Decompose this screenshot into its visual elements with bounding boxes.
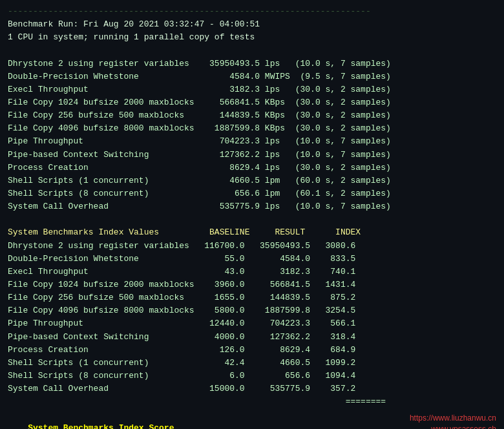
index-row: Process Creation 126.0 8629.4 684.9 [8, 344, 496, 357]
result-row: Process Creation 8629.4 lps (30.0 s, 2 s… [8, 162, 496, 174]
benchmark-run-header: Benchmark Run: Fri Aug 20 2021 03:32:47 … [8, 18, 496, 31]
index-row: Shell Scripts (1 concurrent) 42.4 4660.5… [8, 357, 496, 370]
watermark: https://www.liuzhanwu.cn www.vpsassess.c… [410, 413, 496, 429]
result-row: Pipe Throughput 704223.3 lps (10.0 s, 7 … [8, 135, 496, 148]
result-row: Dhrystone 2 using register variables 359… [8, 58, 496, 70]
result-row: File Copy 1024 bufsize 2000 maxblocks 56… [8, 96, 496, 109]
index-section: Dhrystone 2 using register variables 116… [8, 240, 496, 396]
result-row: System Call Overhead 535775.9 lps (10.0 … [8, 200, 496, 213]
index-row: File Copy 4096 bufsize 8000 maxblocks 58… [8, 304, 496, 317]
index-row: Dhrystone 2 using register variables 116… [8, 240, 496, 253]
results-section: Dhrystone 2 using register variables 359… [8, 58, 496, 214]
index-row: File Copy 256 bufsize 500 maxblocks 1655… [8, 291, 496, 304]
result-row: Shell Scripts (8 concurrent) 656.6 lpm (… [8, 187, 496, 200]
terminal-window: ----------------------------------------… [0, 0, 504, 429]
index-row: File Copy 1024 bufsize 2000 maxblocks 39… [8, 278, 496, 291]
empty-line-1 [8, 44, 496, 57]
index-row: Execl Throughput 43.0 3182.3 740.1 [8, 266, 496, 278]
score-label: System Benchmarks Index Score [28, 423, 174, 430]
index-row: Pipe Throughput 12440.0 704223.3 566.1 [8, 317, 496, 330]
result-row: Execl Throughput 3182.3 lps (30.0 s, 2 s… [8, 83, 496, 96]
index-row: System Call Overhead 15000.0 535775.9 35… [8, 382, 496, 395]
separator-top: ----------------------------------------… [8, 5, 496, 18]
result-row: Pipe-based Context Switching 127362.2 lp… [8, 149, 496, 162]
index-row: Shell Scripts (8 concurrent) 6.0 656.6 1… [8, 370, 496, 382]
empty-line-2 [8, 213, 496, 226]
watermark-line1: https://www.liuzhanwu.cn [410, 413, 496, 424]
index-row: Pipe-based Context Switching 4000.0 1273… [8, 331, 496, 344]
index-header: System Benchmarks Index Values BASELINE … [8, 226, 496, 239]
result-row: Double-Precision Whetstone 4584.0 MWIPS … [8, 70, 496, 83]
result-row: File Copy 256 bufsize 500 maxblocks 1448… [8, 109, 496, 122]
cpu-header: 1 CPU in system; running 1 parallel copy… [8, 31, 496, 44]
watermark-line2: www.vpsassess.ch [410, 424, 496, 429]
equals-line: ======== [8, 395, 496, 408]
index-row: Double-Precision Whetstone 55.0 4584.0 8… [8, 253, 496, 266]
result-row: Shell Scripts (1 concurrent) 4660.5 lpm … [8, 174, 496, 187]
result-row: File Copy 4096 bufsize 8000 maxblocks 18… [8, 122, 496, 135]
